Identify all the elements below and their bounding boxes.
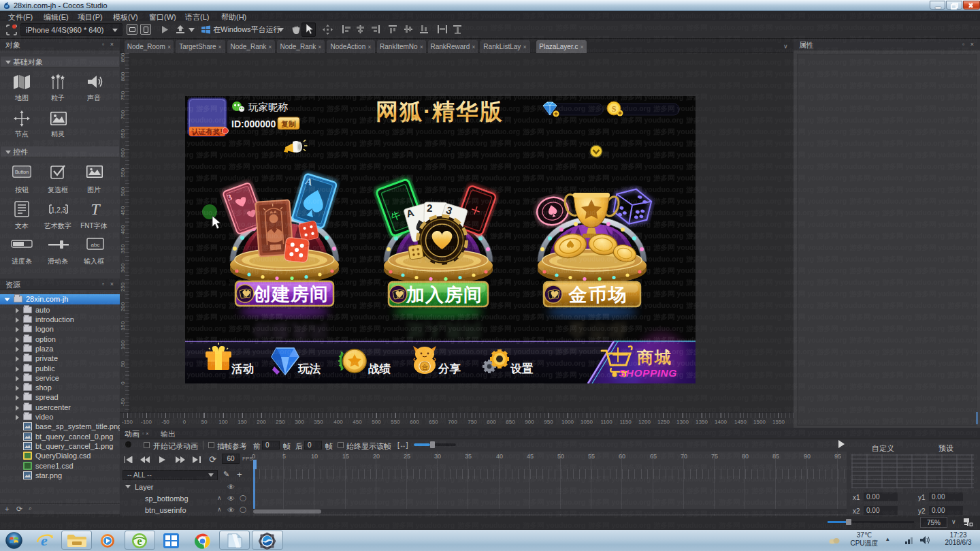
svg-text:商城: 商城 — [636, 348, 672, 366]
svg-text:认证有奖!: 认证有奖! — [191, 127, 223, 136]
svg-text:金币场: 金币场 — [568, 285, 628, 305]
svg-text:分享: 分享 — [438, 362, 461, 375]
svg-text:金币场: 金币场 — [568, 320, 628, 341]
svg-text:加入房间: 加入房间 — [406, 320, 483, 341]
svg-text:加入房间: 加入房间 — [406, 285, 483, 305]
svg-text:玩法: 玩法 — [297, 362, 321, 375]
svg-text:网狐·精华版: 网狐·精华版 — [376, 99, 504, 124]
svg-text:复制: 复制 — [280, 120, 296, 128]
svg-text:合: 合 — [422, 364, 429, 371]
svg-text:玩家昵称: 玩家昵称 — [248, 101, 289, 112]
svg-text:T: T — [91, 201, 101, 217]
svg-text:创建房间: 创建房间 — [252, 284, 329, 304]
svg-text:2: 2 — [427, 202, 433, 214]
svg-text:SHOPPING: SHOPPING — [619, 367, 677, 379]
svg-text:创建房间: 创建房间 — [252, 321, 329, 341]
svg-text:设置: 设置 — [510, 362, 534, 375]
svg-text:活动: 活动 — [231, 362, 254, 375]
svg-text:ID:000000: ID:000000 — [231, 119, 276, 129]
svg-text:战绩: 战绩 — [368, 362, 391, 375]
svg-text:1,2,3: 1,2,3 — [51, 206, 67, 214]
svg-text:S: S — [612, 104, 617, 114]
svg-text:abc: abc — [91, 242, 100, 248]
svg-text:Button: Button — [15, 170, 29, 174]
